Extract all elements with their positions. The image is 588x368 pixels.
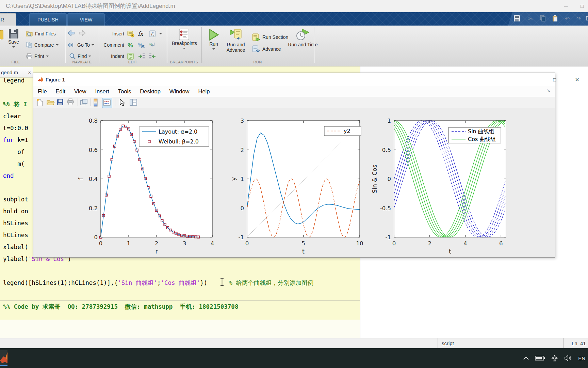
tab-view[interactable]: VIEW <box>67 13 105 26</box>
forward-arrow-icon[interactable] <box>78 30 86 37</box>
figure-menu-item[interactable]: Tools <box>118 88 131 95</box>
subplot-weibull: 0123400.20.40.60.8rfLayout: α=2.0Weibull… <box>33 109 225 257</box>
advance-button[interactable]: Advance <box>252 45 281 53</box>
svg-text:5: 5 <box>301 240 305 247</box>
insert-caret-icon[interactable] <box>159 33 162 36</box>
figure-toolbar <box>33 97 555 108</box>
qat-redo-icon[interactable]: ↷ <box>574 15 583 24</box>
figure-dock-icon[interactable]: ↘ <box>546 88 550 93</box>
subplot-sincos: 0246-1-0.500.51tSin & CosSin 曲线组Cos 曲线组 <box>371 109 556 257</box>
insert-function-icon[interactable]: ffi <box>149 30 156 37</box>
input-language[interactable]: EN <box>578 355 585 361</box>
section-label-break: BREAKPOINTS <box>170 60 198 64</box>
tab-editor-partial[interactable]: R <box>0 13 16 26</box>
comment-label: Comment <box>100 42 124 48</box>
battery-icon[interactable] <box>535 355 545 361</box>
qat-paste-icon[interactable] <box>551 15 559 24</box>
window-maximize-button[interactable]: □ <box>581 0 584 12</box>
figure-menu-item[interactable]: Insert <box>95 88 109 95</box>
print-button[interactable]: Print <box>26 52 49 60</box>
taskbar-matlab-icon[interactable] <box>0 350 7 366</box>
svg-text:Cos 曲线组: Cos 曲线组 <box>468 136 496 142</box>
compare-button[interactable]: Compare <box>26 41 59 49</box>
find-button[interactable]: Find <box>69 52 91 60</box>
find-files-button[interactable]: Find Files <box>26 30 56 38</box>
svg-text:fi: fi <box>153 34 154 37</box>
airplane-mode-icon[interactable] <box>551 354 558 362</box>
link-plot-icon[interactable] <box>80 98 88 107</box>
editor-pane-bottom[interactable] <box>0 320 360 338</box>
advance-label: Advance <box>262 46 281 52</box>
figure-menu-item[interactable]: File <box>38 88 47 95</box>
qat-copy-icon[interactable] <box>538 15 547 24</box>
svg-text:2: 2 <box>428 240 431 247</box>
figure-titlebar[interactable]: Figure 1 ─ □ ✕ <box>33 73 555 86</box>
taskbar: EN <box>0 348 588 368</box>
save-button[interactable]: Save <box>4 28 23 50</box>
volume-icon[interactable] <box>564 355 572 362</box>
run-and-advance-button[interactable]: Run and Advance <box>222 28 250 53</box>
indent-right-icon[interactable] <box>138 52 145 60</box>
compare-icon <box>26 42 33 48</box>
status-bar: script Ln 41 <box>0 338 588 348</box>
new-figure-icon[interactable] <box>36 98 44 107</box>
tray-chevron-up-icon[interactable] <box>523 356 529 360</box>
comment-percent-icon[interactable]: % <box>127 41 134 49</box>
svg-text:%: % <box>128 42 133 49</box>
toolbar-divider <box>78 98 78 106</box>
svg-text:Sin & Cos: Sin & Cos <box>371 165 378 193</box>
figure-menu-item[interactable]: Desktop <box>140 88 161 95</box>
open-file-icon[interactable] <box>46 98 54 107</box>
smart-indent-icon[interactable] <box>127 52 134 60</box>
insert-legend-icon[interactable] <box>102 98 112 108</box>
svg-text:y: y <box>230 177 237 181</box>
find-files-label: Find Files <box>35 31 56 36</box>
insert-section-icon[interactable] <box>127 30 134 37</box>
run-section-button[interactable]: Run Section <box>252 33 288 41</box>
figure-menu-item[interactable]: Help <box>198 88 210 95</box>
svg-text:-1: -1 <box>239 234 244 241</box>
svg-text:-0.5: -0.5 <box>380 205 391 212</box>
back-arrow-icon[interactable] <box>67 30 76 37</box>
tab-publish[interactable]: PUBLISH <box>29 13 67 26</box>
figure-close-button[interactable]: ✕ <box>569 73 585 86</box>
indent-left-icon[interactable] <box>149 52 156 60</box>
wrap-comment-icon[interactable]: % <box>149 41 156 49</box>
svg-text:3: 3 <box>183 240 186 247</box>
figure-menubar: FileEditViewInsertToolsDesktopWindowHelp <box>33 86 555 97</box>
run-and-time-icon <box>295 28 310 41</box>
breakpoints-button[interactable]: Breakpoints <box>172 28 196 51</box>
property-inspector-icon[interactable] <box>129 98 137 107</box>
print-figure-icon[interactable] <box>67 98 75 107</box>
pointer-icon[interactable] <box>118 98 127 107</box>
figure-minimize-button[interactable]: ─ <box>524 73 540 86</box>
code-line[interactable] <box>3 289 359 301</box>
svg-text:0: 0 <box>392 240 396 247</box>
goto-button[interactable]: Go To <box>68 41 94 49</box>
section-label-nav: NAVIGATE <box>72 60 92 64</box>
find-label: Find <box>78 53 87 59</box>
figure-menu-item[interactable]: View <box>74 88 86 95</box>
svg-text:3: 3 <box>241 118 244 124</box>
figure-menu-item[interactable]: Window <box>169 88 190 95</box>
run-and-time-label: Run and Time <box>288 42 317 47</box>
figure-maximize-button[interactable]: □ <box>547 73 562 86</box>
insert-colorbar-icon[interactable] <box>93 98 101 107</box>
save-figure-icon[interactable] <box>56 98 65 107</box>
uncomment-icon[interactable]: % <box>138 41 145 49</box>
code-line[interactable]: legend([hSLines(1);hCLines(1)],{'Sin 曲线组… <box>3 277 359 289</box>
qat-cut-icon[interactable]: ✂ <box>526 15 535 24</box>
qat-window-icon[interactable] <box>585 15 588 24</box>
insert-fx-icon[interactable]: fx <box>138 30 143 37</box>
svg-text:0: 0 <box>245 240 249 247</box>
run-and-time-button[interactable]: Run and Time <box>288 28 318 47</box>
ribbon-divider <box>201 27 202 63</box>
window-minimize-button[interactable]: ─ <box>564 0 568 12</box>
code-line[interactable]: %% Code by 求索哥 QQ: 2787392915 微信: mathsu… <box>3 301 359 313</box>
code-line[interactable] <box>3 265 359 277</box>
print-caret-icon <box>46 56 49 58</box>
run-button[interactable]: Run <box>205 28 223 52</box>
qat-undo-icon[interactable]: ↶ <box>563 15 572 24</box>
figure-menu-item[interactable]: Edit <box>56 88 65 95</box>
qat-save-icon[interactable] <box>512 15 521 24</box>
